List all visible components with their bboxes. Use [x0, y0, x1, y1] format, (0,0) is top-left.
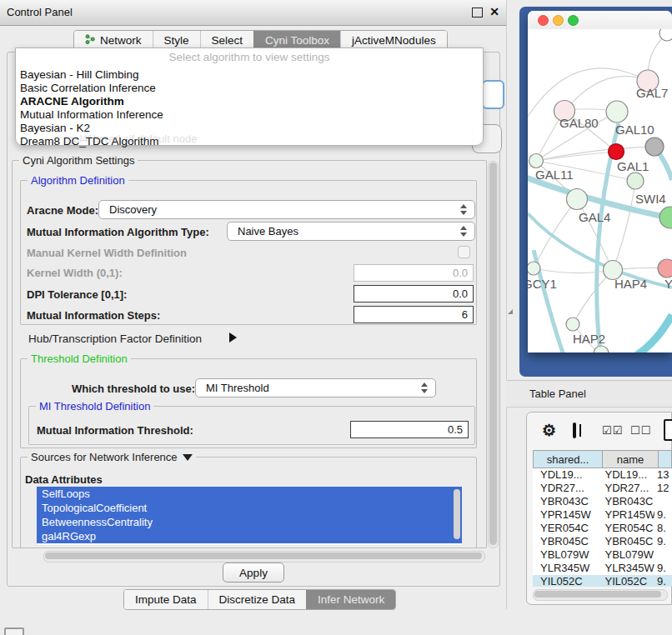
- bottom-tabbar: Impute Data Discretize Data Infer Networ…: [123, 589, 396, 610]
- dropdown-item[interactable]: Basic Correlation Inference: [16, 82, 483, 95]
- sources-title[interactable]: Sources for Network Inference: [31, 451, 178, 463]
- node-label: SWI4: [635, 192, 666, 206]
- node-gal10[interactable]: [606, 101, 628, 122]
- tab-discretize-data[interactable]: Discretize Data: [208, 590, 307, 609]
- table-panel-title: Table Panel: [529, 388, 586, 400]
- node-hap2[interactable]: [566, 318, 579, 331]
- node-gcy1[interactable]: [528, 262, 540, 275]
- column-header-shared[interactable]: shared...: [533, 450, 603, 468]
- expand-right-icon[interactable]: [229, 332, 237, 342]
- minimize-button[interactable]: [553, 15, 564, 26]
- tab-network-label: Network: [100, 34, 142, 47]
- columns-icon[interactable]: [573, 422, 576, 438]
- list-item[interactable]: gal4RGexp: [37, 529, 462, 543]
- hub-definition-label[interactable]: Hub/Transcription Factor Definition: [28, 332, 202, 345]
- algorithm-dropdown: Select algorithm to view settings Bayesi…: [15, 48, 484, 146]
- node-gal11[interactable]: [529, 154, 544, 168]
- network-window: GAL7 GAL80 GAL10 GAL11 GAL1 SWI4 GAL4 GC…: [528, 11, 672, 352]
- float-window-icon[interactable]: [472, 8, 483, 18]
- mi-threshold-group-title: MI Threshold Definition: [36, 400, 153, 412]
- sources-group-title-wrap: Sources for Network Inference: [28, 451, 196, 463]
- control-panel: Control Panel ✕ Network Style Select Cyn…: [0, 0, 507, 609]
- splitter-handle-icon[interactable]: [508, 309, 513, 314]
- select-all-icon[interactable]: ☑☑: [602, 424, 623, 437]
- list-item[interactable]: TopologicalCoefficient: [37, 501, 462, 515]
- node-label: HAP2: [573, 332, 605, 346]
- list-item[interactable]: SelfLoops: [37, 487, 462, 501]
- list-item[interactable]: BetweennessCentrality: [37, 515, 462, 529]
- node-red[interactable]: [609, 144, 624, 160]
- network-canvas[interactable]: GAL7 GAL80 GAL10 GAL11 GAL1 SWI4 GAL4 GC…: [528, 29, 672, 352]
- dpi-tolerance-field[interactable]: 0.0: [354, 285, 474, 302]
- node-label: GCY1: [528, 277, 557, 291]
- table-row[interactable]: YBL079WYBL079W: [533, 548, 672, 562]
- table-row[interactable]: YDL19...YDL19...13: [533, 468, 672, 482]
- dropdown-item-selected[interactable]: ARACNE Algorithm: [16, 95, 483, 108]
- kernel-width-label: Kernel Width (0,1):: [27, 267, 123, 279]
- mi-threshold-label: Mutual Information Threshold:: [37, 424, 193, 437]
- control-panel-titlebar: Control Panel ✕: [0, 0, 506, 26]
- aracne-mode-value: Discovery: [109, 203, 157, 216]
- table-hscrollbar[interactable]: [533, 589, 668, 601]
- node-label: Y: [664, 277, 672, 291]
- mi-steps-label: Mutual Information Steps:: [27, 309, 160, 322]
- table-row-selected[interactable]: YIL052CYIL052C9.: [533, 575, 672, 587]
- gear-icon[interactable]: ⚙: [542, 421, 556, 440]
- node-label: GAL4: [579, 210, 610, 224]
- tab-infer-network[interactable]: Infer Network: [306, 590, 395, 609]
- threshold-definition-title: Threshold Definition: [28, 352, 131, 365]
- node[interactable]: [594, 346, 609, 352]
- table-row[interactable]: YER054CYER054C8.: [533, 522, 672, 535]
- aracne-mode-combo[interactable]: Discovery: [98, 200, 475, 219]
- function-builder-icon[interactable]: [664, 419, 672, 441]
- mi-steps-field[interactable]: 6: [354, 306, 474, 323]
- table-row[interactable]: YBR045CYBR045C9.: [533, 535, 672, 548]
- spinner-arrows-icon: [460, 204, 467, 216]
- deselect-all-icon[interactable]: ☐☐: [630, 424, 651, 437]
- minimized-panel-icon[interactable]: [4, 628, 24, 635]
- node-label: GAL80: [559, 116, 599, 130]
- focused-combo-fragment: [482, 80, 504, 109]
- close-icon[interactable]: ✕: [489, 5, 499, 18]
- mi-threshold-field[interactable]: 0.5: [350, 421, 469, 438]
- node-label: GAL10: [615, 122, 654, 137]
- which-threshold-combo[interactable]: MI Threshold: [195, 378, 436, 398]
- mi-type-label: Mutual Information Algorithm Type:: [27, 226, 209, 238]
- table-row[interactable]: YPR145WYPR145W9.: [533, 508, 672, 522]
- close-button[interactable]: [538, 15, 549, 26]
- kernel-width-field[interactable]: 0.0: [354, 264, 474, 282]
- network-icon: [85, 34, 95, 47]
- column-header-name[interactable]: name: [602, 450, 659, 468]
- tab-impute-data[interactable]: Impute Data: [124, 590, 208, 609]
- dropdown-item[interactable]: Mutual Information Inference: [16, 108, 483, 122]
- table-panel-header: Table Panel: [506, 380, 672, 408]
- zoom-button[interactable]: [568, 15, 579, 26]
- node-gal1[interactable]: [627, 172, 644, 189]
- manual-kernel-checkbox[interactable]: [458, 246, 470, 258]
- mi-type-value: Naive Bayes: [238, 225, 298, 238]
- table-row[interactable]: YDR27...YDR27...12: [533, 482, 672, 495]
- apply-button[interactable]: Apply: [223, 562, 284, 582]
- column-header-partial[interactable]: [658, 450, 672, 468]
- table-row[interactable]: YLR345WYLR345W9.: [533, 562, 672, 575]
- mi-type-combo[interactable]: Naive Bayes: [227, 222, 475, 241]
- which-threshold-label: Which threshold to use:: [72, 382, 195, 395]
- table-row[interactable]: YBR043CYBR043C: [533, 495, 672, 508]
- dropdown-item[interactable]: Bayesian - Hill Climbing: [16, 68, 483, 82]
- settings-vscrollbar[interactable]: [488, 161, 499, 548]
- node-swi4[interactable]: [659, 207, 672, 228]
- node-label: GAL1: [617, 159, 649, 173]
- settings-hscrollbar[interactable]: [43, 551, 485, 562]
- list-scrollbar[interactable]: [454, 489, 460, 539]
- cyni-algorithm-settings-title: Cyni Algorithm Settings: [19, 154, 138, 167]
- collapse-down-icon[interactable]: [183, 454, 193, 461]
- data-attributes-list: SelfLoops TopologicalCoefficient Between…: [37, 487, 462, 545]
- control-panel-title: Control Panel: [7, 6, 73, 18]
- node-salmon[interactable]: [658, 259, 672, 278]
- node-gal4[interactable]: [567, 189, 588, 210]
- data-attributes-label: Data Attributes: [25, 473, 103, 486]
- node-gray[interactable]: [645, 138, 664, 156]
- ghost-combo-text: gal4filtered.sif default node: [68, 132, 197, 145]
- node-label: GAL7: [636, 86, 668, 100]
- network-graph: GAL7 GAL80 GAL10 GAL11 GAL1 SWI4 GAL4 GC…: [528, 29, 672, 352]
